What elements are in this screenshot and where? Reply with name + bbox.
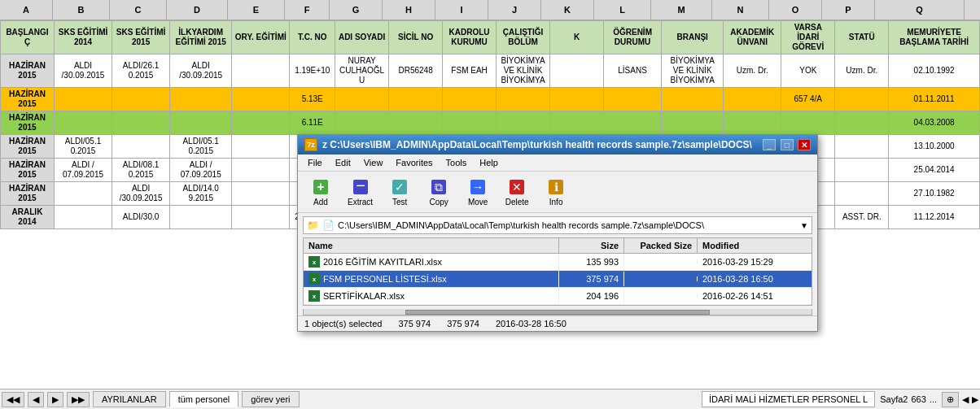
header-ory: ORY. EĞİTİMİ: [232, 21, 290, 54]
path-archive-icon: 📄: [322, 220, 335, 231]
header-sicil: SİCİL NO: [389, 21, 443, 54]
row-label: HAZİRAN 2015: [1, 135, 55, 159]
menu-edit[interactable]: Edit: [329, 156, 357, 169]
row-label: HAZİRAN 2015: [1, 54, 55, 88]
scrollbar-track: [304, 310, 812, 315]
col-header-n: N: [712, 0, 769, 20]
header-k: K: [550, 21, 604, 54]
menu-view[interactable]: View: [357, 156, 390, 169]
copy-icon: ⧉: [429, 177, 448, 197]
excel-icon: x: [308, 273, 320, 285]
tab-tum-personel[interactable]: tüm personel: [169, 391, 239, 407]
col-header-g: G: [330, 0, 383, 20]
col-header-m: M: [651, 0, 712, 20]
move-button[interactable]: → Move: [460, 175, 496, 209]
col-header-p: P: [822, 0, 875, 20]
file-size: 135 993: [559, 255, 624, 269]
bottom-bar: ◀◀ ◀ ▶ ▶▶ AYRILANLAR tüm personel görev …: [0, 389, 980, 409]
file-row[interactable]: x SERTİFİKALAR.xlsx 204 196 2016-02-26 1…: [304, 288, 812, 305]
header-akademi: AKADEMİK ÜNVANI: [724, 21, 781, 54]
row-label: HAZİRAN 2015: [1, 159, 55, 182]
move-icon: →: [468, 177, 488, 197]
table-row[interactable]: HAZİRAN 2015 5.13E 657 4/A: [1, 88, 980, 111]
row-label: HAZİRAN 2015: [1, 88, 55, 111]
col-header-b: B: [53, 0, 110, 20]
svg-text:→: →: [472, 181, 483, 194]
file-row-selected[interactable]: x FSM PERSONEL LİSTESİ.xlsx 375 974 2016…: [304, 271, 812, 288]
header-memuriyet: MEMURİYETE BAŞLAMA TARİHİ: [889, 21, 980, 54]
file-name: x FSM PERSONEL LİSTESİ.xlsx: [304, 271, 559, 287]
next-sheet-btn[interactable]: ▶▶: [67, 392, 90, 407]
col-header-a: A: [0, 0, 53, 20]
svg-text:+: +: [317, 180, 324, 194]
close-button[interactable]: ✕: [798, 139, 811, 150]
row-label: ARALIK 2014: [1, 206, 55, 229]
test-button[interactable]: ✓ Test: [382, 175, 418, 209]
header-varsa: VARSA İDARİ GÖREVİ: [781, 21, 835, 54]
horizontal-scrollbar[interactable]: [303, 309, 812, 315]
status-modified: 2016-03-28 16:50: [496, 319, 567, 329]
file-modified: 2016-02-26 14:51: [698, 289, 812, 303]
info-button[interactable]: ℹ Info: [538, 175, 574, 209]
extract-label: Extract: [348, 198, 373, 207]
svg-text:✕: ✕: [512, 181, 522, 194]
file-modified: 2016-03-28 16:50: [698, 272, 812, 286]
test-label: Test: [392, 198, 407, 207]
path-dropdown-btn[interactable]: ▼: [800, 221, 808, 230]
header-ogr: ÖĞRENİM DURUMU: [604, 21, 662, 54]
tab-gorev-yeri[interactable]: görev yeri: [242, 391, 299, 407]
col-header-o: O: [769, 0, 822, 20]
delete-button[interactable]: ✕ Delete: [499, 175, 535, 209]
header-size: Size: [559, 238, 624, 253]
header-calistigi: ÇALIŞTIĞI BÖLÜM: [497, 21, 550, 54]
path-bar: 📁 📄 C:\Users\IBM_ADMIN\AppData\Local\Tem…: [303, 216, 812, 234]
excel-icon: x: [308, 256, 320, 268]
svg-text:⧉: ⧉: [435, 181, 443, 194]
file-list: Name Size Packed Size Modified x 2016 EĞ…: [303, 237, 812, 306]
file-row[interactable]: x 2016 EĞİTİM KAYITLARI.xlsx 135 993 201…: [304, 254, 812, 271]
maximize-button[interactable]: □: [781, 139, 794, 150]
scrollbar-thumb[interactable]: [405, 310, 710, 315]
svg-text:ℹ: ℹ: [554, 181, 558, 194]
info-icon: ℹ: [546, 177, 566, 197]
header-tc: T.C. NO: [290, 21, 335, 54]
table-row[interactable]: HAZİRAN 2015 ALDI /30.09.2015 ALDI/26.1 …: [1, 54, 980, 88]
menu-help[interactable]: Help: [473, 156, 505, 169]
prev-sheet-btn[interactable]: ◀◀: [2, 392, 24, 407]
delete-label: Delete: [505, 198, 529, 207]
tab-ayrilanlar[interactable]: AYRILANLAR: [93, 391, 166, 407]
sevenzip-dialog: 7z z C:\Users\IBM_ADMIN\AppData\Local\Te…: [297, 134, 818, 332]
page-count: 663: [911, 394, 925, 404]
status-packed: 375 974: [447, 319, 479, 329]
delete-icon: ✕: [507, 177, 527, 197]
prev-btn[interactable]: ◀: [28, 392, 44, 407]
scroll-right-btn[interactable]: ▶: [972, 394, 978, 405]
test-icon: ✓: [390, 177, 409, 197]
scroll-left-btn[interactable]: ◀: [962, 394, 969, 405]
move-label: Move: [468, 198, 488, 207]
col-header-e: E: [228, 0, 285, 20]
minimize-button[interactable]: _: [763, 139, 776, 150]
page-label: Sayfa2: [880, 394, 908, 404]
file-size: 204 196: [559, 289, 624, 303]
status-selected: 1 object(s) selected: [304, 319, 382, 329]
extract-button[interactable]: − Extract: [342, 175, 378, 209]
add-icon: +: [311, 177, 330, 197]
file-size: 375 974: [559, 272, 624, 286]
next-btn[interactable]: ▶: [47, 392, 63, 407]
file-name: x 2016 EĞİTİM KAYITLARI.xlsx: [304, 254, 559, 270]
copy-label: Copy: [429, 198, 448, 207]
header-kadro: KADROLU KURUMU: [443, 21, 497, 54]
insert-sheet-btn[interactable]: ⊕: [942, 392, 959, 407]
header-packed-size: Packed Size: [624, 238, 698, 253]
table-row[interactable]: HAZİRAN 2015 6.11E 04.03.2: [1, 111, 980, 135]
copy-button[interactable]: ⧉ Copy: [421, 175, 457, 209]
col-header-h: H: [383, 0, 435, 20]
info-label: Info: [549, 198, 563, 207]
add-button[interactable]: + Add: [303, 175, 339, 209]
add-label: Add: [313, 198, 328, 207]
menu-file[interactable]: File: [301, 156, 329, 169]
menu-tools[interactable]: Tools: [440, 156, 474, 169]
excel-icon: x: [308, 290, 320, 302]
menu-favorites[interactable]: Favorites: [389, 156, 439, 169]
